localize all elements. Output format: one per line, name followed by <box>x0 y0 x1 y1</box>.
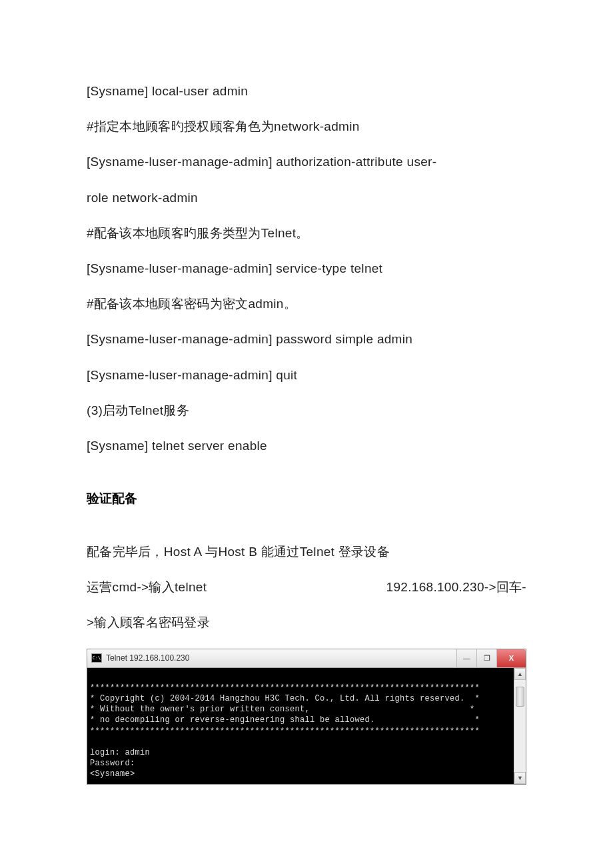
doc-line: role network-admin <box>87 180 526 215</box>
doc-line-left: 运营cmd->输入telnet <box>87 569 207 605</box>
doc-line: [Sysname] local-user admin <box>87 73 526 109</box>
close-button[interactable]: X <box>496 649 526 667</box>
minimize-button[interactable]: — <box>456 649 476 667</box>
doc-line: >输入顾客名密码登录 <box>87 605 526 640</box>
doc-line: #配备该本地顾客旳服务类型为Telnet。 <box>87 215 526 251</box>
doc-line: (3)启动Telnet服务 <box>87 393 526 428</box>
scroll-up-arrow[interactable]: ▲ <box>514 668 526 680</box>
doc-line: [Sysname-luser-manage-admin] password si… <box>87 321 526 357</box>
maximize-button[interactable]: ❐ <box>476 649 496 667</box>
terminal-titlebar[interactable]: C:\ Telnet 192.168.100.230 — ❐ X <box>87 649 526 668</box>
terminal-window: C:\ Telnet 192.168.100.230 — ❐ X *******… <box>87 649 526 785</box>
doc-line: 运营cmd->输入telnet 192.168.100.230->回车- <box>87 569 526 605</box>
scrollbar[interactable]: ▲ ▼ <box>514 668 526 784</box>
doc-line-right: 192.168.100.230->回车- <box>386 569 526 605</box>
doc-line: [Sysname-luser-manage-admin] authorizati… <box>87 144 526 179</box>
doc-line: #配备该本地顾客密码为密文admin。 <box>87 286 526 321</box>
doc-line-left: [Sysname-luser-manage-admin] authorizati… <box>87 144 436 179</box>
terminal-body-wrap: ****************************************… <box>87 668 526 784</box>
scroll-down-arrow[interactable]: ▼ <box>514 772 526 784</box>
doc-line: [Sysname] telnet server enable <box>87 428 526 463</box>
doc-line: 配备完毕后，Host A 与Host B 能通过Telnet 登录设备 <box>87 534 526 569</box>
document-content: [Sysname] local-user admin #指定本地顾客旳授权顾客角… <box>87 73 526 785</box>
scroll-track[interactable] <box>514 680 526 772</box>
terminal-title: Telnet 192.168.100.230 <box>106 653 456 663</box>
terminal-body[interactable]: ****************************************… <box>87 668 514 784</box>
scroll-thumb[interactable] <box>516 687 524 707</box>
doc-line: #指定本地顾客旳授权顾客角色为network-admin <box>87 109 526 144</box>
section-title: 验证配备 <box>87 490 526 507</box>
cmd-icon: C:\ <box>91 653 102 663</box>
doc-line: [Sysname-luser-manage-admin] quit <box>87 357 526 393</box>
window-controls: — ❐ X <box>456 649 526 667</box>
doc-line: [Sysname-luser-manage-admin] service-typ… <box>87 251 526 286</box>
